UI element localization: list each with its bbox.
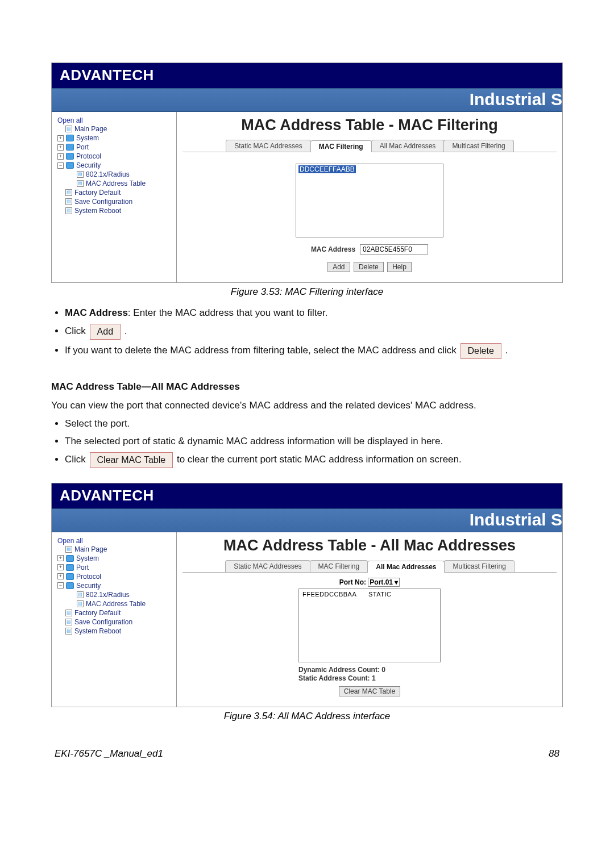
tab-bar: Static MAC Addresses MAC Filtering All M…: [182, 140, 557, 152]
page-title: MAC Address Table - MAC Filtering: [182, 116, 557, 134]
expand-icon[interactable]: +: [57, 135, 64, 141]
tab-all-mac[interactable]: All Mac Addresses: [371, 140, 445, 152]
expand-icon[interactable]: +: [57, 555, 64, 561]
nav-label: 802.1x/Radius: [86, 591, 130, 599]
nav-system[interactable]: +System: [57, 554, 173, 563]
nav-system-reboot[interactable]: ▤System Reboot: [57, 627, 173, 636]
expand-icon[interactable]: +: [57, 144, 64, 151]
page-icon: ▤: [65, 198, 72, 205]
folder-icon: [66, 582, 74, 589]
nav-security[interactable]: −Security: [57, 161, 173, 170]
expand-icon[interactable]: +: [57, 153, 64, 160]
text: .: [125, 326, 127, 336]
tab-multicast[interactable]: Multicast Filtering: [444, 560, 514, 572]
nav-8021x[interactable]: ▤802.1x/Radius: [57, 590, 173, 599]
page-icon: ▤: [65, 610, 72, 616]
footer-page-number: 88: [549, 748, 559, 760]
text: .: [505, 345, 508, 356]
all-mac-screenshot: ADVANTECH Industrial S Open all ▤Main Pa…: [51, 483, 563, 707]
collapse-icon[interactable]: −: [57, 162, 64, 169]
help-button[interactable]: Help: [387, 262, 412, 272]
nav-label: Security: [76, 582, 101, 590]
selected-mac-entry[interactable]: DDCCEEFFAABB: [298, 165, 356, 173]
nav-security[interactable]: −Security: [57, 581, 173, 590]
nav-8021x[interactable]: ▤802.1x/Radius: [57, 170, 173, 179]
footer-doc-id: EKI-7657C _Manual_ed1: [55, 748, 163, 760]
inline-clear-button: Clear MAC Table: [90, 452, 173, 468]
doc-text-block-1: MAC Address: Enter the MAC address that …: [51, 306, 563, 468]
add-button[interactable]: Add: [327, 262, 350, 272]
nav-main-page[interactable]: ▤Main Page: [57, 124, 173, 133]
nav-label: Protocol: [76, 152, 101, 160]
tab-mac-filtering[interactable]: MAC Filtering: [310, 560, 368, 572]
nav-system[interactable]: +System: [57, 133, 173, 143]
mac-list-box[interactable]: FFEEDDCCBBAA STATIC: [298, 589, 441, 662]
nav-save-config[interactable]: ▤Save Configuration: [57, 197, 173, 206]
nav-label: Security: [76, 161, 101, 169]
mac-row-type: STATIC: [368, 591, 391, 598]
folder-icon: [66, 573, 74, 580]
nav-label: Factory Default: [74, 189, 121, 197]
folder-icon: [66, 144, 74, 151]
text: to clear the current port static MAC add…: [177, 454, 462, 465]
nav-label: System: [76, 134, 99, 142]
port-select[interactable]: Port.01 ▾: [368, 578, 400, 587]
page-icon: ▤: [77, 171, 84, 178]
tab-static-mac[interactable]: Static MAC Addresses: [225, 560, 310, 572]
nav-protocol[interactable]: +Protocol: [57, 152, 173, 161]
open-all-link[interactable]: Open all: [57, 537, 83, 545]
folder-icon: [66, 555, 74, 562]
mac-address-label: MAC Address: [311, 245, 355, 253]
figure-caption-353: Figure 3.53: MAC Filtering interface: [51, 286, 563, 298]
inline-add-button: Add: [90, 324, 121, 340]
nav-label: Save Configuration: [74, 198, 132, 206]
nav-port[interactable]: +Port: [57, 563, 173, 572]
bullet-click-clear: Click Clear MAC Table to clear the curre…: [65, 452, 563, 468]
page-icon: ▤: [65, 126, 72, 132]
nav-port[interactable]: +Port: [57, 143, 173, 152]
nav-factory-default[interactable]: ▤Factory Default: [57, 608, 173, 617]
folder-icon: [66, 135, 74, 141]
page-icon: ▤: [65, 628, 72, 635]
tab-multicast[interactable]: Multicast Filtering: [443, 140, 513, 152]
open-all-link[interactable]: Open all: [57, 116, 83, 124]
folder-icon: [66, 162, 74, 169]
nav-factory-default[interactable]: ▤Factory Default: [57, 188, 173, 197]
figure-caption-354: Figure 3.54: All MAC Address interface: [51, 711, 563, 722]
expand-icon[interactable]: +: [57, 573, 64, 579]
nav-main-page[interactable]: ▤Main Page: [57, 545, 173, 554]
nav-label: MAC Address Table: [86, 600, 146, 608]
expand-icon[interactable]: +: [57, 564, 64, 570]
nav-label: Main Page: [74, 125, 107, 133]
clear-mac-table-button[interactable]: Clear MAC Table: [339, 686, 400, 696]
nav-mac-table[interactable]: ▤MAC Address Table: [57, 599, 173, 608]
section-heading-all-mac: MAC Address Table—All MAC Addresses: [51, 379, 563, 394]
tab-mac-filtering[interactable]: MAC Filtering: [310, 140, 372, 152]
mac-address-input[interactable]: 02ABC5E455F0: [360, 244, 428, 254]
nav-label: System Reboot: [74, 207, 121, 215]
paragraph-all-mac: You can view the port that connected dev…: [51, 398, 563, 413]
folder-icon: [66, 153, 74, 160]
page-icon: ▤: [77, 180, 84, 187]
collapse-icon[interactable]: −: [57, 582, 64, 589]
nav-mac-table[interactable]: ▤MAC Address Table: [57, 179, 173, 188]
bullet-click-add: Click Add .: [65, 324, 563, 340]
page-icon: ▤: [65, 546, 72, 553]
tab-static-mac[interactable]: Static MAC Addresses: [226, 140, 310, 152]
nav-protocol[interactable]: +Protocol: [57, 572, 173, 581]
nav-system-reboot[interactable]: ▤System Reboot: [57, 206, 173, 215]
nav-tree: Open all ▤Main Page +System +Port +Proto…: [52, 112, 177, 282]
nav-label: Main Page: [74, 545, 107, 553]
nav-label: Save Configuration: [74, 618, 132, 626]
mac-filter-listbox[interactable]: DDCCEEFFAABB: [296, 164, 443, 237]
nav-save-config[interactable]: ▤Save Configuration: [57, 617, 173, 627]
nav-tree: Open all ▤Main Page +System +Port +Proto…: [52, 532, 177, 707]
tab-all-mac[interactable]: All Mac Addresses: [367, 561, 445, 573]
page-footer: EKI-7657C _Manual_ed1 88: [51, 748, 563, 760]
page-icon: ▤: [77, 600, 84, 607]
mac-address-term: MAC Address: [65, 307, 128, 318]
nav-label: System: [76, 554, 99, 562]
delete-button[interactable]: Delete: [354, 262, 384, 272]
page-icon: ▤: [65, 619, 72, 625]
all-mac-panel: MAC Address Table - All Mac Addresses St…: [177, 532, 562, 707]
